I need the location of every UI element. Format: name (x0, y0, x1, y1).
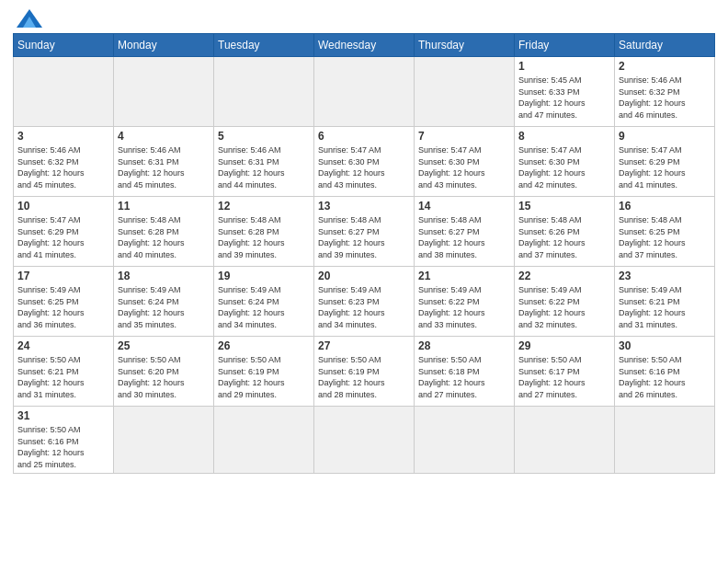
week-row-4: 24Sunrise: 5:50 AM Sunset: 6:21 PM Dayli… (14, 337, 715, 407)
week-row-3: 17Sunrise: 5:49 AM Sunset: 6:25 PM Dayli… (14, 267, 715, 337)
day-number: 14 (418, 200, 510, 213)
day-number: 8 (518, 130, 610, 143)
day-cell: 20Sunrise: 5:49 AM Sunset: 6:23 PM Dayli… (314, 267, 415, 337)
day-cell: 13Sunrise: 5:48 AM Sunset: 6:27 PM Dayli… (314, 197, 415, 267)
day-info: Sunrise: 5:48 AM Sunset: 6:28 PM Dayligh… (118, 214, 210, 260)
day-cell: 26Sunrise: 5:50 AM Sunset: 6:19 PM Dayli… (214, 337, 314, 407)
day-cell: 11Sunrise: 5:48 AM Sunset: 6:28 PM Dayli… (114, 197, 214, 267)
day-number: 31 (17, 409, 109, 422)
day-number: 20 (318, 270, 410, 282)
day-number: 27 (318, 339, 410, 352)
day-cell (515, 407, 615, 474)
day-cell (615, 407, 715, 474)
day-cell: 19Sunrise: 5:49 AM Sunset: 6:24 PM Dayli… (214, 267, 314, 337)
day-cell (114, 407, 214, 474)
page: SundayMondayTuesdayWednesdayThursdayFrid… (0, 0, 728, 563)
calendar: SundayMondayTuesdayWednesdayThursdayFrid… (13, 33, 715, 474)
day-info: Sunrise: 5:48 AM Sunset: 6:26 PM Dayligh… (518, 214, 610, 260)
day-info: Sunrise: 5:50 AM Sunset: 6:16 PM Dayligh… (17, 424, 109, 470)
day-info: Sunrise: 5:48 AM Sunset: 6:25 PM Dayligh… (619, 214, 711, 260)
day-info: Sunrise: 5:50 AM Sunset: 6:18 PM Dayligh… (418, 354, 510, 400)
day-cell: 3Sunrise: 5:46 AM Sunset: 6:32 PM Daylig… (14, 127, 114, 197)
day-info: Sunrise: 5:46 AM Sunset: 6:32 PM Dayligh… (17, 144, 109, 190)
day-info: Sunrise: 5:47 AM Sunset: 6:29 PM Dayligh… (17, 214, 109, 260)
day-cell: 23Sunrise: 5:49 AM Sunset: 6:21 PM Dayli… (615, 267, 715, 337)
day-number: 19 (218, 270, 310, 282)
day-info: Sunrise: 5:49 AM Sunset: 6:24 PM Dayligh… (218, 284, 310, 330)
day-info: Sunrise: 5:50 AM Sunset: 6:19 PM Dayligh… (318, 354, 410, 400)
day-number: 15 (518, 200, 610, 213)
day-info: Sunrise: 5:50 AM Sunset: 6:21 PM Dayligh… (17, 354, 109, 400)
day-info: Sunrise: 5:49 AM Sunset: 6:22 PM Dayligh… (518, 284, 610, 330)
day-cell: 16Sunrise: 5:48 AM Sunset: 6:25 PM Dayli… (615, 197, 715, 267)
day-info: Sunrise: 5:49 AM Sunset: 6:24 PM Dayligh… (118, 284, 210, 330)
logo-icon (17, 9, 42, 28)
day-cell: 8Sunrise: 5:47 AM Sunset: 6:30 PM Daylig… (515, 127, 615, 197)
day-cell (314, 57, 415, 127)
day-number: 26 (218, 339, 310, 352)
day-cell (214, 57, 314, 127)
day-cell (14, 57, 114, 127)
day-number: 9 (619, 130, 711, 143)
day-number: 10 (17, 200, 109, 213)
week-row-2: 10Sunrise: 5:47 AM Sunset: 6:29 PM Dayli… (14, 197, 715, 267)
day-info: Sunrise: 5:46 AM Sunset: 6:31 PM Dayligh… (218, 144, 310, 190)
day-number: 18 (118, 270, 210, 282)
day-number: 12 (218, 200, 310, 213)
day-cell: 7Sunrise: 5:47 AM Sunset: 6:30 PM Daylig… (415, 127, 515, 197)
day-number: 4 (118, 130, 210, 143)
day-number: 23 (619, 270, 711, 282)
day-cell: 14Sunrise: 5:48 AM Sunset: 6:27 PM Dayli… (415, 197, 515, 267)
day-number: 3 (17, 130, 109, 143)
day-number: 24 (17, 339, 109, 352)
day-cell (415, 407, 515, 474)
day-number: 17 (17, 270, 109, 282)
day-info: Sunrise: 5:47 AM Sunset: 6:30 PM Dayligh… (318, 144, 410, 190)
day-cell: 17Sunrise: 5:49 AM Sunset: 6:25 PM Dayli… (14, 267, 114, 337)
weekday-header-saturday: Saturday (615, 34, 715, 57)
day-cell: 2Sunrise: 5:46 AM Sunset: 6:32 PM Daylig… (615, 57, 715, 127)
day-info: Sunrise: 5:50 AM Sunset: 6:16 PM Dayligh… (619, 354, 711, 400)
day-number: 22 (518, 270, 610, 282)
weekday-header-tuesday: Tuesday (214, 34, 314, 57)
day-number: 29 (518, 339, 610, 352)
weekday-header-wednesday: Wednesday (314, 34, 415, 57)
day-cell (415, 57, 515, 127)
day-info: Sunrise: 5:49 AM Sunset: 6:25 PM Dayligh… (17, 284, 109, 330)
day-cell: 27Sunrise: 5:50 AM Sunset: 6:19 PM Dayli… (314, 337, 415, 407)
day-cell (214, 407, 314, 474)
weekday-header-monday: Monday (114, 34, 214, 57)
day-info: Sunrise: 5:46 AM Sunset: 6:31 PM Dayligh… (118, 144, 210, 190)
day-cell: 22Sunrise: 5:49 AM Sunset: 6:22 PM Dayli… (515, 267, 615, 337)
day-info: Sunrise: 5:50 AM Sunset: 6:19 PM Dayligh… (218, 354, 310, 400)
day-number: 11 (118, 200, 210, 213)
logo (13, 9, 42, 28)
day-info: Sunrise: 5:49 AM Sunset: 6:23 PM Dayligh… (318, 284, 410, 330)
day-info: Sunrise: 5:50 AM Sunset: 6:17 PM Dayligh… (518, 354, 610, 400)
day-cell: 24Sunrise: 5:50 AM Sunset: 6:21 PM Dayli… (14, 337, 114, 407)
weekday-header-friday: Friday (515, 34, 615, 57)
week-row-5: 31Sunrise: 5:50 AM Sunset: 6:16 PM Dayli… (14, 407, 715, 474)
day-info: Sunrise: 5:48 AM Sunset: 6:28 PM Dayligh… (218, 214, 310, 260)
day-info: Sunrise: 5:47 AM Sunset: 6:30 PM Dayligh… (518, 144, 610, 190)
day-info: Sunrise: 5:49 AM Sunset: 6:22 PM Dayligh… (418, 284, 510, 330)
day-info: Sunrise: 5:48 AM Sunset: 6:27 PM Dayligh… (418, 214, 510, 260)
header (13, 9, 715, 28)
weekday-header-row: SundayMondayTuesdayWednesdayThursdayFrid… (14, 34, 715, 57)
day-number: 5 (218, 130, 310, 143)
day-number: 16 (619, 200, 711, 213)
day-number: 6 (318, 130, 410, 143)
day-number: 21 (418, 270, 510, 282)
day-cell: 18Sunrise: 5:49 AM Sunset: 6:24 PM Dayli… (114, 267, 214, 337)
day-info: Sunrise: 5:48 AM Sunset: 6:27 PM Dayligh… (318, 214, 410, 260)
day-cell (114, 57, 214, 127)
day-cell: 30Sunrise: 5:50 AM Sunset: 6:16 PM Dayli… (615, 337, 715, 407)
weekday-header-thursday: Thursday (415, 34, 515, 57)
day-cell: 31Sunrise: 5:50 AM Sunset: 6:16 PM Dayli… (14, 407, 114, 474)
day-info: Sunrise: 5:47 AM Sunset: 6:30 PM Dayligh… (418, 144, 510, 190)
day-info: Sunrise: 5:49 AM Sunset: 6:21 PM Dayligh… (619, 284, 711, 330)
day-number: 28 (418, 339, 510, 352)
day-cell: 21Sunrise: 5:49 AM Sunset: 6:22 PM Dayli… (415, 267, 515, 337)
day-number: 7 (418, 130, 510, 143)
day-number: 25 (118, 339, 210, 352)
